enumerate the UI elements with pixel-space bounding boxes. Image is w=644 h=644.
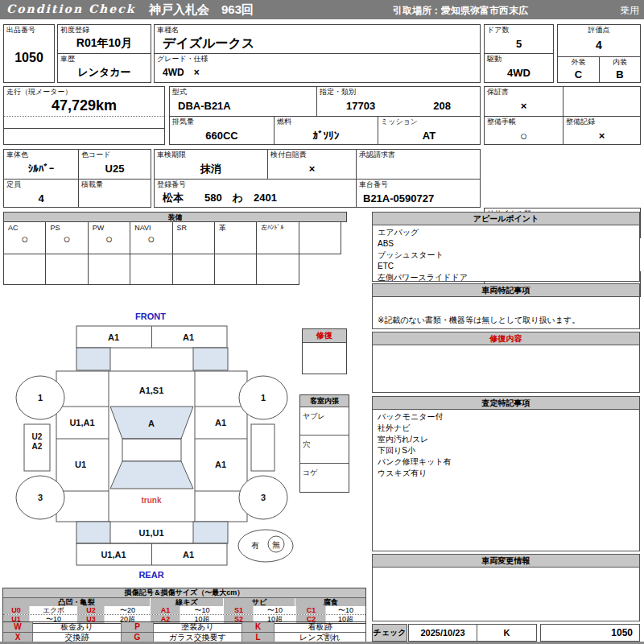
- capacity-label: 定員: [4, 180, 78, 188]
- history-label: 車歴: [58, 54, 151, 63]
- diagram-rear-panel: U1,U1: [138, 528, 163, 538]
- assessment-line: パンク修理キット有: [378, 456, 634, 468]
- equipment-empty-cell: [3, 254, 46, 285]
- equipment-empty-cell: [172, 254, 215, 285]
- fuel-label: 燃料: [275, 117, 378, 126]
- equipment-empty-cell: [130, 254, 172, 285]
- load-label: 積載量: [79, 180, 151, 188]
- diagram-rear-label: REAR: [138, 570, 163, 580]
- registration-box: 初度登録 R01年10月 車歴 レンタカー: [57, 24, 151, 83]
- mark-code: K: [242, 622, 275, 632]
- insurance-value: ×: [268, 159, 356, 179]
- diagram-spare-yes: 有: [251, 541, 259, 550]
- drive-value: 4WD: [485, 63, 553, 82]
- equipment-cell-navi: NAVI○: [130, 222, 172, 254]
- diagram-trunk-label: trunk: [142, 496, 162, 505]
- color-code-value: U25: [79, 159, 151, 179]
- mileage-empty-row-2: [4, 128, 164, 146]
- cabin-interior-row-burn: コゲ: [300, 468, 317, 477]
- interior-label: 内装: [600, 57, 640, 66]
- class-label: 指定・類別: [317, 87, 480, 96]
- assessment-line: ウスキズ有り: [378, 468, 634, 479]
- equipment-cell-pw: PW○: [88, 222, 130, 254]
- chassis-number-value: B21A-0590727: [357, 188, 480, 208]
- first-registration-label: 初度登録: [58, 25, 151, 34]
- inspection-value: 抹消: [155, 159, 267, 179]
- exterior-label: 外装: [558, 57, 599, 66]
- displacement-label: 排気量: [170, 117, 274, 126]
- appeal-line: エアバッグ: [378, 227, 634, 238]
- legend-desc: 〜10: [180, 606, 225, 614]
- body-color-label: 車体色: [4, 150, 78, 159]
- history-value: レンタカー: [58, 63, 151, 82]
- diagram-front-bumper-left: A1: [108, 332, 119, 342]
- legend-group-dents: 凸凹・亀裂: [3, 598, 151, 606]
- diagram-hood: A1,S1: [139, 386, 164, 395]
- diagram-front-right-door: A1: [215, 418, 226, 427]
- repair-content-section: 修復内容: [372, 332, 640, 393]
- equipment-empty-cell: [214, 254, 257, 285]
- legend-desc: 〜10: [326, 606, 365, 614]
- mark-code: P: [122, 622, 154, 632]
- legend-desc: エクボ: [30, 606, 78, 614]
- mileage-empty-row-1: [4, 116, 164, 128]
- lot-number-label: 出品番号: [4, 25, 54, 34]
- capacity-value: 4: [4, 188, 78, 208]
- model-box: 車種名 デイズルークス グレード・仕様 4WD ×: [154, 24, 481, 83]
- diagram-windshield: A: [148, 419, 155, 428]
- assessment-notes-section: 査定特記事項 バックモニター付 社外ナビ 室内汚れ/スレ 下回りS小 パンク修理…: [372, 396, 640, 551]
- doors-value: 5: [485, 34, 553, 53]
- score-label: 評価点: [558, 25, 640, 34]
- header-bar: Condition Check 神戸入札会 963回 引取場所：愛知県弥富市西末…: [0, 0, 644, 19]
- diagram-front-label: FRONT: [135, 312, 166, 321]
- equipment-table: 装備 AC○ PS○ PW○ NAVI○ SR 革 左ﾊﾝﾄﾞﾙ: [3, 212, 347, 285]
- appeal-line: プッシュスタート: [378, 250, 634, 261]
- interior-value: B: [600, 66, 640, 83]
- documents-box: 保証書 × 整備手帳 ○ 整備記録 ×: [484, 86, 641, 145]
- equipment-cell-blank: [299, 222, 341, 254]
- class-value-1: 17703: [346, 100, 375, 112]
- grade-value: 4WD ×: [155, 63, 480, 82]
- assessment-notes-title: 査定特記事項: [373, 397, 639, 410]
- diagram-rear-left-wheel: 3: [38, 493, 43, 502]
- model-code-value: DBA-B21A: [170, 96, 316, 116]
- appeal-line: ETC: [378, 261, 634, 272]
- appeal-points-section: アピールポイント エアバッグ ABS プッシュスタート ETC 左側パワースライ…: [372, 212, 640, 282]
- model-name-label: 車種名: [155, 25, 480, 34]
- mark-desc: 塗装あり: [154, 622, 242, 632]
- legend-code: A1: [151, 606, 180, 614]
- approval-value: [357, 159, 480, 179]
- repair-content-title: 修復内容: [373, 332, 639, 345]
- auction-title: 神戸入札会 963回: [149, 2, 254, 18]
- lot-number-value: 1050: [4, 34, 54, 82]
- score-value: 4: [558, 34, 640, 56]
- cabin-interior-row-hole: 穴: [300, 440, 310, 448]
- vehicle-notes-title: 車両特記事項: [373, 284, 639, 297]
- maintenance-record-value: ×: [564, 126, 640, 145]
- fuel-value: ｶﾞｿﾘﾝ: [275, 126, 378, 145]
- legend-code: U2: [78, 606, 105, 614]
- legend-group-corrosion: 腐食: [295, 598, 365, 606]
- mark-code: W: [3, 622, 33, 632]
- color-code-label: 色コード: [79, 150, 151, 159]
- vehicle-category: 乗用: [620, 4, 639, 18]
- mileage-box: 走行（現メーター） 47,729km: [3, 86, 165, 145]
- equipment-cell-ac: AC○: [3, 222, 46, 254]
- diagram-rear-bumper-left: U1,A1: [101, 550, 126, 559]
- legend-desc: 〜10: [254, 606, 297, 614]
- check-inspector: K: [477, 625, 536, 641]
- assessment-line: 社外ナビ: [378, 423, 634, 434]
- vehicle-notes-disclaimer: ※記載のない書類・機器等は無しとして取り扱います。: [373, 313, 584, 328]
- spec-box: 型式 DBA-B21A 指定・類別 17703 208 排気量 660CC 燃料…: [169, 86, 481, 145]
- legend-desc: 〜20: [105, 606, 151, 614]
- warranty-label: 保証書: [485, 87, 563, 96]
- diagram-front-left-door: U1,A1: [69, 418, 94, 427]
- repair-mini-title: 修復: [303, 329, 346, 343]
- registration-number-value: 松本 580 わ 2401: [155, 188, 356, 208]
- class-value-2: 208: [433, 100, 451, 112]
- damage-legend-table: 損傷記号＆損傷サイズ（〜最大cm） 凸凹・亀裂 線キズ サビ 腐食 U0 エクボ…: [2, 588, 366, 624]
- lot-number-box: 出品番号 1050: [3, 24, 55, 83]
- assessment-line: 室内汚れ/スレ: [378, 434, 634, 445]
- first-registration-value: R01年10月: [58, 34, 151, 53]
- repair-marks-table: W 板金あり P 塗装あり K 看板跡 X 交換跡 G ガラス交換要す L レン…: [2, 621, 366, 643]
